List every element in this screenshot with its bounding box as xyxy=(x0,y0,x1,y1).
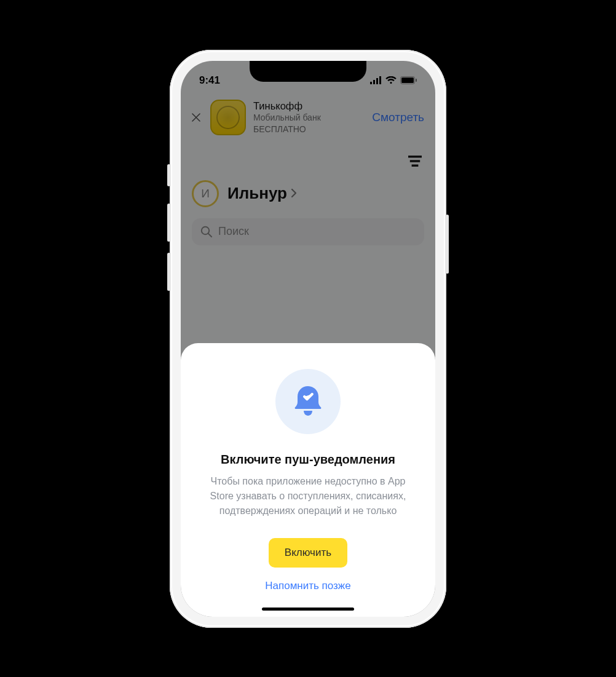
sheet-body: Чтобы пока приложение недоступно в App S… xyxy=(199,474,417,518)
phone-frame: 9:41 Тинькофф Мобильный банк БЕСПЛАТНО С… xyxy=(170,50,446,628)
bell-icon xyxy=(275,369,341,434)
cellular-icon xyxy=(369,76,382,84)
push-notifications-sheet: Включите пуш-уведомления Чтобы пока прил… xyxy=(181,343,435,617)
enable-button[interactable]: Включить xyxy=(269,538,347,568)
screen: 9:41 Тинькофф Мобильный банк БЕСПЛАТНО С… xyxy=(181,61,435,617)
sheet-title: Включите пуш-уведомления xyxy=(199,453,417,467)
home-indicator[interactable] xyxy=(262,608,354,611)
status-time: 9:41 xyxy=(199,74,220,87)
status-indicators xyxy=(369,76,417,84)
volume-up-button xyxy=(167,204,170,242)
remind-later-link[interactable]: Напомнить позже xyxy=(199,580,417,592)
battery-icon xyxy=(400,76,417,84)
notch xyxy=(250,61,366,82)
power-button xyxy=(446,215,449,274)
wifi-icon xyxy=(385,76,397,84)
mute-switch xyxy=(167,164,170,186)
volume-down-button xyxy=(167,253,170,291)
svg-rect-1 xyxy=(401,77,414,83)
svg-rect-2 xyxy=(416,79,417,82)
